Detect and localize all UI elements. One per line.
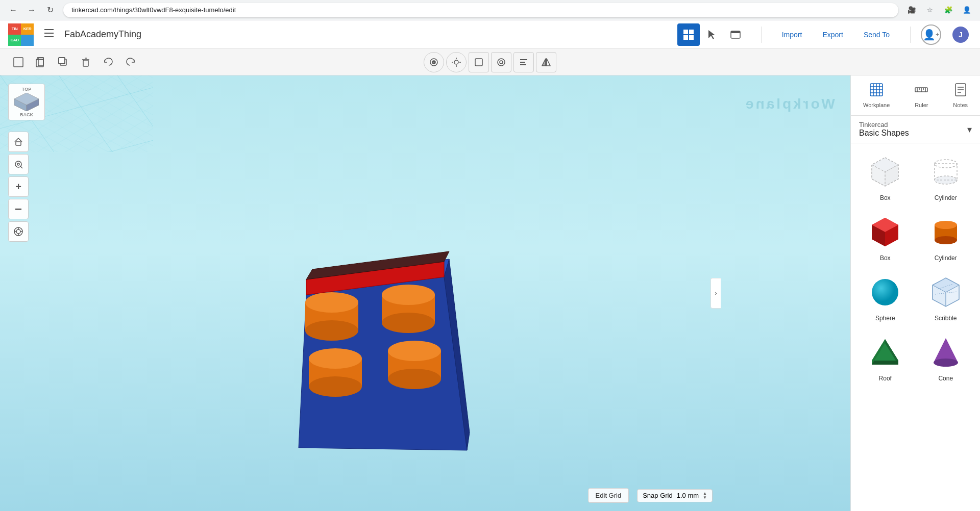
ruler-icon bbox=[914, 83, 928, 100]
zoom-out-button[interactable]: − bbox=[8, 199, 29, 219]
shape-item-box-ghost[interactable]: Box bbox=[855, 147, 916, 208]
svg-point-69 bbox=[16, 229, 20, 234]
view-cube-top-label: TOP bbox=[22, 87, 31, 92]
svg-rect-33 bbox=[520, 64, 526, 65]
mirror-button[interactable] bbox=[536, 52, 556, 72]
sidebar-item-ruler[interactable]: Ruler bbox=[908, 80, 935, 111]
shape-item-cylinder-ghost[interactable]: Cylinder bbox=[916, 147, 976, 208]
bookmark-icon[interactable]: ☆ bbox=[923, 3, 937, 17]
svg-point-47 bbox=[305, 292, 358, 313]
svg-rect-3 bbox=[683, 30, 688, 34]
camera-button[interactable] bbox=[424, 52, 444, 72]
box-solid-icon bbox=[867, 214, 903, 250]
cylinder-solid-icon bbox=[927, 214, 964, 250]
project-name: FabAcademyThing bbox=[64, 29, 141, 40]
add-user-button[interactable]: 👤 + bbox=[921, 24, 941, 45]
svg-marker-34 bbox=[542, 59, 546, 66]
view-cube-back-label: BACK bbox=[20, 112, 33, 117]
svg-rect-64 bbox=[16, 142, 21, 145]
svg-point-54 bbox=[309, 376, 362, 397]
viewport[interactable]: Workplane bbox=[0, 75, 850, 511]
sidebar-item-notes[interactable]: Notes bbox=[947, 80, 974, 111]
roof-label: Roof bbox=[879, 375, 892, 382]
cylinder-solid-label: Cylinder bbox=[935, 254, 957, 262]
svg-rect-31 bbox=[520, 59, 527, 60]
category-dropdown-button[interactable]: ▾ bbox=[967, 124, 972, 135]
category-header: Tinkercad Basic Shapes ▾ bbox=[851, 116, 980, 143]
cone-label: Cone bbox=[938, 375, 953, 382]
category-info: Tinkercad Basic Shapes bbox=[859, 121, 909, 138]
home-view-button[interactable] bbox=[8, 132, 29, 152]
logo-bl: CAD bbox=[8, 35, 21, 46]
header-divider bbox=[761, 27, 762, 43]
svg-point-22 bbox=[433, 61, 435, 63]
svg-rect-17 bbox=[83, 60, 88, 66]
svg-point-97 bbox=[935, 176, 957, 184]
shape-item-cylinder-solid[interactable]: Cylinder bbox=[916, 208, 976, 268]
cylinder-ghost-label: Cylinder bbox=[935, 194, 957, 201]
svg-point-59 bbox=[388, 341, 441, 361]
svg-rect-2 bbox=[44, 36, 54, 37]
logo-tr: KER bbox=[21, 23, 34, 35]
help-button[interactable] bbox=[8, 221, 29, 242]
profile-icon[interactable]: 👤 bbox=[960, 3, 974, 17]
sphere-icon bbox=[867, 274, 903, 311]
screenshot-icon[interactable]: 🎥 bbox=[904, 3, 919, 17]
snap-grid-label: Snap Grid bbox=[643, 492, 673, 499]
svg-rect-10 bbox=[14, 58, 23, 67]
zoom-in-button[interactable]: + bbox=[8, 176, 29, 197]
svg-rect-4 bbox=[689, 30, 694, 34]
snap-grid-value: 1.0 mm bbox=[677, 492, 699, 499]
snap-grid-control: Snap Grid 1.0 mm ▲ ▼ bbox=[637, 489, 713, 502]
delete-button[interactable] bbox=[76, 52, 96, 72]
browser-bar: ← → ↻ 🎥 ☆ 🧩 👤 bbox=[0, 0, 980, 20]
light-button[interactable] bbox=[446, 52, 467, 72]
extensions-icon[interactable]: 🧩 bbox=[941, 3, 955, 17]
shape-button-2[interactable] bbox=[491, 52, 511, 72]
fit-view-button[interactable] bbox=[8, 154, 29, 174]
code-button[interactable] bbox=[724, 23, 747, 46]
paste-button[interactable] bbox=[31, 52, 51, 72]
user-avatar-button[interactable]: J bbox=[949, 23, 972, 46]
pick-button[interactable] bbox=[701, 23, 723, 46]
export-button[interactable]: Export bbox=[812, 27, 853, 43]
view-cube-icon bbox=[14, 93, 39, 111]
shape-item-cone[interactable]: Cone bbox=[916, 328, 976, 388]
shape-item-scribble[interactable]: Scribble bbox=[916, 268, 976, 328]
scribble-icon bbox=[927, 274, 964, 311]
app-header: TIN KER CAD FabAcademyThing Import Expor… bbox=[0, 20, 980, 49]
grid-view-button[interactable] bbox=[677, 23, 700, 46]
new-workspace-button[interactable] bbox=[8, 52, 29, 72]
shape-button-1[interactable] bbox=[469, 52, 489, 72]
duplicate-button[interactable] bbox=[53, 52, 74, 72]
svg-rect-32 bbox=[520, 62, 525, 63]
edit-grid-button[interactable]: Edit Grid bbox=[588, 488, 629, 503]
shape-item-roof[interactable]: Roof bbox=[855, 328, 916, 388]
back-button[interactable]: ← bbox=[6, 3, 20, 17]
collapse-sidebar-button[interactable]: › bbox=[710, 278, 721, 309]
snap-down-arrow[interactable]: ▼ bbox=[703, 496, 707, 500]
ruler-label: Ruler bbox=[915, 102, 928, 108]
view-cube[interactable]: TOP BACK bbox=[8, 84, 45, 120]
address-bar[interactable] bbox=[63, 3, 898, 17]
shape-item-sphere[interactable]: Sphere bbox=[855, 268, 916, 328]
undo-button[interactable] bbox=[98, 52, 118, 72]
header-divider-2 bbox=[910, 27, 911, 43]
hamburger-button[interactable] bbox=[42, 26, 56, 43]
sidebar-item-workplane[interactable]: Workplane bbox=[857, 80, 896, 111]
3d-scene bbox=[0, 75, 850, 511]
refresh-button[interactable]: ↻ bbox=[43, 3, 57, 17]
workplane-label: Workplane bbox=[863, 102, 890, 108]
import-button[interactable]: Import bbox=[772, 27, 813, 43]
svg-point-55 bbox=[309, 348, 362, 369]
forward-button[interactable]: → bbox=[24, 3, 39, 17]
redo-button[interactable] bbox=[120, 52, 141, 72]
svg-rect-28 bbox=[475, 59, 482, 66]
align-button[interactable] bbox=[513, 52, 534, 72]
send-to-button[interactable]: Send To bbox=[853, 27, 900, 43]
svg-rect-5 bbox=[683, 35, 688, 40]
snap-grid-arrows[interactable]: ▲ ▼ bbox=[703, 492, 707, 500]
avatar: J bbox=[952, 27, 969, 43]
svg-point-58 bbox=[388, 369, 441, 389]
shape-item-box-solid[interactable]: Box bbox=[855, 208, 916, 268]
